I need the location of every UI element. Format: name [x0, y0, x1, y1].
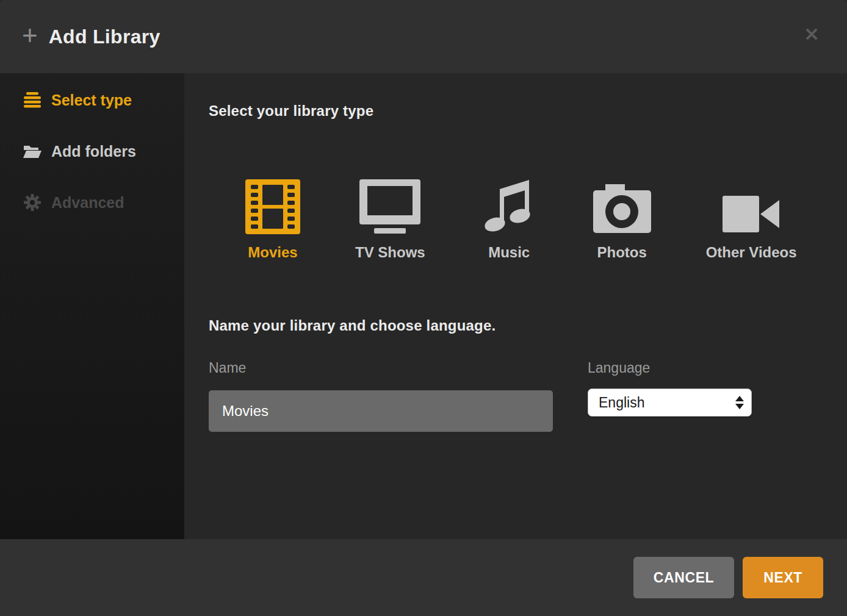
language-select[interactable]: English [588, 389, 752, 417]
list-lines-icon [23, 92, 41, 108]
library-name-input[interactable] [209, 390, 553, 432]
add-library-dialog: + Add Library ✕ Select type [0, 0, 847, 616]
next-button[interactable]: NEXT [743, 557, 823, 598]
dialog-title: Add Library [49, 26, 160, 48]
music-note-icon [480, 176, 538, 234]
language-field-label: Language [588, 360, 650, 376]
name-language-heading: Name your library and choose language. [209, 317, 496, 334]
type-label-music: Music [488, 244, 530, 261]
gear-icon [23, 194, 41, 211]
sidebar-item-advanced: Advanced [23, 185, 184, 220]
type-option-movies[interactable]: Movies [245, 176, 300, 261]
sidebar-item-label: Select type [51, 91, 132, 109]
dialog-header: + Add Library ✕ [0, 0, 847, 73]
type-option-photos[interactable]: Photos [593, 176, 651, 261]
type-label-tv-shows: TV Shows [355, 244, 425, 261]
type-option-tv-shows[interactable]: TV Shows [355, 176, 425, 261]
sidebar-item-add-folders[interactable]: Add folders [23, 134, 184, 168]
language-selected-value: English [599, 395, 644, 411]
cancel-button[interactable]: CANCEL [633, 557, 734, 598]
select-stepper-icon [735, 396, 744, 409]
plus-icon: + [22, 22, 38, 49]
film-strip-icon [245, 176, 300, 234]
sidebar-item-select-type[interactable]: Select type [23, 83, 184, 117]
library-type-heading: Select your library type [209, 102, 373, 120]
type-option-other-videos[interactable]: Other Videos [706, 176, 797, 261]
sidebar-item-label: Advanced [51, 194, 124, 212]
video-camera-icon [723, 176, 780, 234]
camera-icon [593, 176, 651, 234]
folder-open-icon [23, 144, 41, 159]
dialog-body: Select your library type [184, 73, 847, 539]
dialog-footer: CANCEL NEXT [0, 539, 847, 616]
type-label-movies: Movies [248, 244, 297, 261]
wizard-steps-sidebar: Select type Add folders [0, 73, 184, 539]
sidebar-item-label: Add folders [51, 143, 136, 160]
name-field-label: Name [209, 360, 246, 376]
type-label-photos: Photos [597, 244, 647, 261]
library-type-row: Movies TV Shows [245, 176, 797, 261]
type-option-music[interactable]: Music [480, 176, 538, 261]
type-label-other-videos: Other Videos [706, 244, 797, 261]
close-icon[interactable]: ✕ [798, 21, 825, 48]
tv-icon [359, 176, 420, 234]
